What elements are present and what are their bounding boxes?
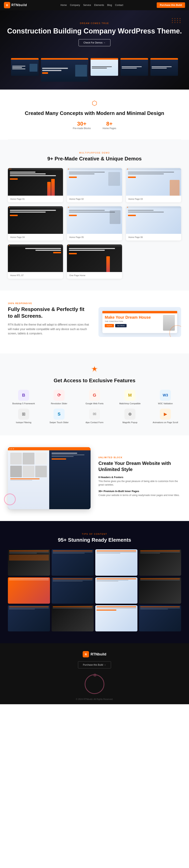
elements-label: TIPS OF CONTENT	[8, 533, 181, 535]
svg-text:R: R	[85, 653, 87, 656]
element-thumb-9[interactable]	[8, 605, 50, 631]
nav-service[interactable]: Service	[83, 4, 91, 6]
element-thumb-10[interactable]	[52, 605, 94, 631]
device-content	[8, 450, 91, 509]
demo-card-5[interactable]: Home Page 05	[67, 206, 122, 241]
hero-screenshot-main	[41, 58, 88, 82]
mockup-screen: Make Your Dream House THE CONSTRUCTION E…	[102, 311, 177, 333]
feature-magnific: ⊕ Magnific Popup	[114, 409, 146, 424]
unlimited-feature-2-title: 30+ Premium In-Built Inner Pages	[98, 490, 181, 493]
nav-contact[interactable]: Contact	[115, 4, 123, 6]
demo-card-2[interactable]: Home Page 02	[67, 168, 122, 202]
demo-label-7: Home RTL 07	[8, 272, 63, 279]
element-thumb-8[interactable]	[139, 577, 181, 604]
demo-preview-2	[67, 168, 122, 196]
concepts-title: Created Many Concepts with Modern and Mi…	[8, 110, 181, 117]
responsive-desc: RTN Build is the theme that will adapt t…	[8, 322, 91, 336]
main-nav: Home Company Service Elements Blog Conta…	[60, 4, 123, 6]
demo-preview-7	[8, 244, 63, 272]
demo-card-7[interactable]: Home RTL 07	[8, 244, 63, 279]
feature-w3c: W3 W3C Validation	[150, 390, 181, 405]
element-thumb-7[interactable]	[95, 577, 137, 604]
nav-company[interactable]: Company	[70, 4, 80, 6]
logo[interactable]: R RTNbuild	[4, 2, 27, 8]
mockup-nav-bar	[102, 311, 177, 313]
element-thumb-2[interactable]	[52, 549, 94, 576]
element-thumb-12[interactable]	[139, 605, 181, 631]
hero-section: DREAM COMES TRUE Construction Building C…	[0, 10, 189, 90]
unlimited-feature-1-desc: This theme gives you the great pleasure …	[98, 479, 181, 487]
feature-w3c-label: W3C Validation	[158, 402, 173, 405]
feature-isotope-label: Isotope Filtering	[16, 421, 31, 424]
demo-preview-4	[8, 206, 63, 234]
demo-card-8[interactable]: One Page Home	[67, 244, 122, 279]
nav-blog[interactable]: Blog	[107, 4, 112, 6]
unlimited-feature-2-desc: Create your website in terms of using re…	[98, 493, 181, 497]
mockup-hero-text: Make Your Dream House	[105, 315, 161, 320]
demo-card-1[interactable]: Home Page 01	[8, 168, 63, 202]
elements-title: 95+ Stunning Ready Elements	[8, 537, 181, 544]
feature-google-fonts: G Google Web Fonts	[79, 390, 110, 405]
element-thumb-6[interactable]	[52, 577, 94, 604]
nav-home[interactable]: Home	[60, 4, 67, 6]
feature-magnific-icon: ⊕	[124, 409, 135, 420]
element-thumb-4[interactable]	[139, 549, 181, 576]
hero-title: Construction Building Company WordPress …	[4, 27, 185, 35]
feature-swiper: S Swiper Touch Slider	[43, 409, 75, 424]
footer-circle-decoration	[83, 674, 106, 694]
demos-title: 9+ Pre-Made Creative & Unique Demos	[8, 155, 181, 162]
demos-grid: Home Page 01 Home Page 02	[8, 168, 181, 279]
feature-bootstrap-icon: B	[18, 390, 29, 401]
demo-label-5: Home Page 05	[67, 234, 122, 241]
stat-number-blocks: 30+	[73, 121, 91, 127]
mockup-explore-btn: Explore	[105, 324, 114, 327]
responsive-label: 100% RESPONSIVE	[8, 302, 91, 305]
circle-pink-decor	[4, 493, 16, 505]
header-cta-button[interactable]: Purchase this Build	[157, 2, 185, 8]
feature-animations: ▶ Animations on Page Scroll	[150, 409, 181, 424]
mockup-sub: THE CONSTRUCTION	[105, 320, 161, 322]
hero-cta-button[interactable]: Check For Demos →	[78, 39, 111, 46]
features-icon-top	[8, 365, 181, 375]
feature-google-label: Google Web Fonts	[86, 402, 103, 405]
footer-copyright: © 2024 RTNbuild. All Rights Reserved.	[8, 698, 181, 700]
feature-w3c-icon: W3	[160, 390, 171, 401]
feature-bootstrap: B Bootstrap 5 Framework	[8, 390, 39, 405]
element-thumb-5[interactable]	[8, 577, 50, 604]
concepts-section: ⬡ Created Many Concepts with Modern and …	[0, 90, 189, 140]
demo-card-6[interactable]: Home Page 06	[126, 206, 181, 241]
feature-revolution-icon: ⟳	[54, 390, 65, 401]
elements-grid	[8, 549, 181, 631]
stat-prebuilt-blocks: 30+ Pre-made Blocks	[73, 121, 91, 130]
responsive-section: 100% RESPONSIVE Fully Responsive & Perfe…	[0, 290, 189, 353]
demo-preview-6	[126, 206, 181, 234]
unlimited-feature-2: 30+ Premium In-Built Inner Pages Create …	[98, 490, 181, 497]
responsive-title: Fully Responsive & Perfectly fit to all …	[8, 306, 91, 319]
feature-isotope: ⊞ Isotope Filtering	[8, 409, 39, 424]
demo-label-8: One Page Home	[67, 272, 122, 279]
unlimited-label: UNLIMITED BLOCK	[98, 457, 181, 459]
features-grid: B Bootstrap 5 Framework ⟳ Revolution Sli…	[8, 390, 181, 424]
element-thumb-1[interactable]	[8, 549, 50, 576]
hero-tagline: DREAM COMES TRUE	[4, 22, 185, 24]
hero-screenshot-4	[150, 58, 178, 76]
device-mockup	[8, 447, 91, 509]
footer-purchase-button[interactable]: Purchase this Build →	[78, 661, 111, 669]
demo-card-3[interactable]: Home Page 03	[126, 168, 181, 202]
demos-label: MULTIPURPOSE DEMO	[8, 152, 181, 154]
concepts-stats: 30+ Pre-made Blocks 8+ Home Pages	[8, 121, 181, 130]
mockup-works-btn: Our Works	[115, 324, 127, 327]
unlimited-preview	[8, 447, 91, 509]
stat-home-pages: 8+ Home Pages	[102, 121, 116, 130]
demo-card-4[interactable]: Home Page 04	[8, 206, 63, 241]
nav-elements[interactable]: Elements	[94, 4, 104, 6]
hero-screenshot-2	[91, 58, 118, 76]
element-thumb-11[interactable]	[95, 605, 137, 631]
hero-screenshot-3	[121, 58, 148, 76]
element-thumb-3[interactable]	[95, 549, 137, 576]
unlimited-feature-1-title: 6 Headers & Footers	[98, 476, 181, 479]
demo-label-2: Home Page 02	[67, 196, 122, 202]
demo-preview-5	[67, 206, 122, 234]
footer-circle	[85, 674, 104, 694]
feature-ajax: ✉ Ajax Contact Form	[79, 409, 110, 424]
